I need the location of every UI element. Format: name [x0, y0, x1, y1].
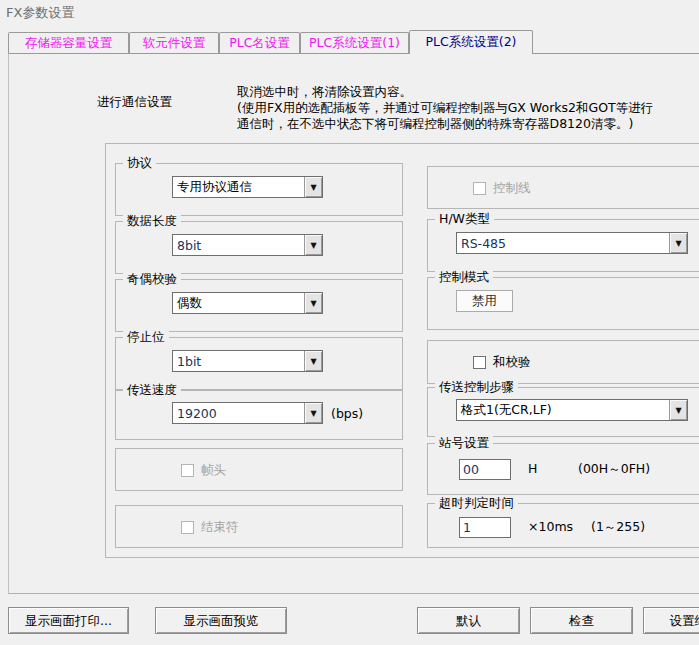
note-line-2: (使用FX用的选配插板等，并通过可编程控制器与GX Works2和GOT等进行	[237, 100, 653, 116]
hw-type-dropdown[interactable]: RS-485 ▼	[456, 232, 688, 254]
terminator-group: 结束符	[115, 505, 403, 548]
station-no-group-label: 站号设置	[435, 435, 493, 451]
baud-rate-value: 19200	[173, 406, 304, 421]
timeout-input[interactable]	[459, 517, 511, 538]
screen-print-button[interactable]: 显示画面打印...	[8, 607, 129, 634]
tab-plc-system-2[interactable]: PLC系统设置(2)	[409, 30, 533, 54]
baud-rate-dropdown[interactable]: 19200 ▼	[172, 402, 323, 424]
sum-check-group: 和校验	[427, 340, 699, 384]
screen-preview-button[interactable]: 显示画面预览	[155, 607, 287, 634]
control-mode-value: 禁用	[456, 290, 513, 312]
timeout-range: (1～255)	[591, 519, 645, 536]
hw-type-group: H/W类型 RS-485 ▼	[427, 219, 699, 272]
control-mode-group: 控制模式 禁用	[427, 277, 699, 330]
baud-rate-group-label: 传送速度	[123, 382, 181, 398]
stop-bit-value: 1bit	[173, 354, 304, 369]
data-length-value: 8bit	[173, 238, 304, 253]
hw-type-group-label: H/W类型	[435, 211, 494, 227]
data-length-group-label: 数据长度	[123, 213, 181, 229]
tab-bar: 存储器容量设置 软元件设置 PLC名设置 PLC系统设置(1) PLC系统设置(…	[8, 30, 533, 53]
window-title: FX参数设置	[6, 4, 74, 22]
ctrl-procedure-group: 传送控制步骤 格式1(无CR,LF) ▼	[427, 387, 699, 437]
parity-group-label: 奇偶校验	[123, 271, 181, 287]
ctrl-procedure-value: 格式1(无CR,LF)	[457, 402, 669, 419]
data-length-dropdown[interactable]: 8bit ▼	[172, 234, 323, 256]
dropdown-arrow-icon[interactable]: ▼	[669, 400, 687, 420]
dropdown-arrow-icon[interactable]: ▼	[304, 293, 322, 313]
timeout-group: 超时判定时间 ×10ms (1～255)	[427, 503, 699, 548]
station-no-group: 站号设置 H (00H～0FH)	[427, 443, 699, 495]
station-no-unit: H	[528, 461, 537, 476]
protocol-value: 专用协议通信	[173, 179, 304, 196]
sum-check-label: 和校验	[493, 354, 531, 371]
ctrl-procedure-group-label: 传送控制步骤	[435, 379, 518, 395]
stop-bit-group-label: 停止位	[123, 329, 169, 345]
parity-value: 偶数	[173, 295, 304, 312]
protocol-group: 协议 专用协议通信 ▼	[115, 163, 403, 216]
baud-rate-group: 传送速度 19200 ▼ (bps)	[115, 390, 403, 440]
header-checkbox	[181, 464, 194, 477]
dropdown-arrow-icon[interactable]: ▼	[304, 235, 322, 255]
tab-plc-name[interactable]: PLC名设置	[219, 32, 300, 53]
parity-dropdown[interactable]: 偶数 ▼	[172, 292, 323, 314]
hw-type-value: RS-485	[457, 236, 669, 251]
header-label: 帧头	[201, 462, 226, 479]
data-length-group: 数据长度 8bit ▼	[115, 221, 403, 274]
dropdown-arrow-icon[interactable]: ▼	[304, 403, 322, 423]
default-button[interactable]: 默认	[417, 607, 520, 634]
control-mode-group-label: 控制模式	[435, 269, 493, 285]
terminator-checkbox	[181, 521, 194, 534]
protocol-group-label: 协议	[123, 155, 156, 171]
terminator-label: 结束符	[201, 519, 239, 536]
control-line-label: 控制线	[493, 180, 531, 197]
fx-parameter-dialog: FX参数设置 存储器容量设置 软元件设置 PLC名设置 PLC系统设置(1) P…	[0, 0, 699, 645]
check-button[interactable]: 检查	[530, 607, 633, 634]
stop-bit-dropdown[interactable]: 1bit ▼	[172, 350, 323, 372]
timeout-unit: ×10ms	[528, 519, 573, 534]
note-line-1: 取消选中时，将清除设置内容。	[237, 84, 653, 100]
control-line-group: 控制线	[427, 166, 699, 209]
station-no-input[interactable]	[459, 459, 511, 480]
ctrl-procedure-dropdown[interactable]: 格式1(无CR,LF) ▼	[456, 399, 688, 421]
dropdown-arrow-icon[interactable]: ▼	[304, 177, 322, 197]
dropdown-arrow-icon[interactable]: ▼	[669, 233, 687, 253]
header-group: 帧头	[115, 448, 403, 491]
baud-rate-unit: (bps)	[331, 406, 363, 421]
protocol-dropdown[interactable]: 专用协议通信 ▼	[172, 176, 323, 198]
note-text: 取消选中时，将清除设置内容。 (使用FX用的选配插板等，并通过可编程控制器与GX…	[237, 84, 653, 132]
communication-setting-label: 进行通信设置	[97, 94, 172, 111]
control-line-checkbox	[473, 182, 486, 195]
tab-device-setting[interactable]: 软元件设置	[129, 32, 219, 53]
sum-check-checkbox[interactable]	[473, 356, 486, 369]
tab-memory-capacity[interactable]: 存储器容量设置	[8, 32, 129, 53]
setting-end-button[interactable]: 设置结束	[643, 607, 699, 634]
dropdown-arrow-icon[interactable]: ▼	[304, 351, 322, 371]
timeout-group-label: 超时判定时间	[435, 495, 518, 511]
tab-plc-system-1[interactable]: PLC系统设置(1)	[300, 32, 409, 53]
parity-group: 奇偶校验 偶数 ▼	[115, 279, 403, 332]
station-no-range: (00H～0FH)	[578, 461, 650, 478]
note-line-3: 通信时，在不选中状态下将可编程控制器侧的特殊寄存器D8120清零。)	[237, 116, 653, 132]
